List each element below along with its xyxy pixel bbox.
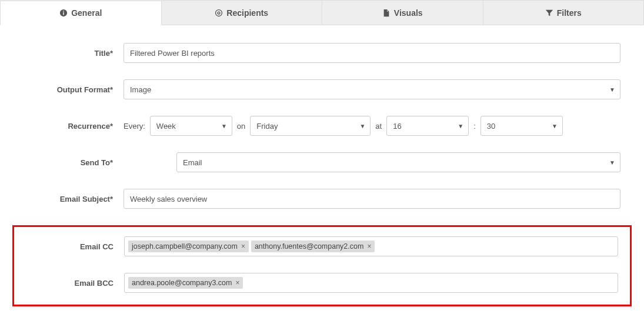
filter-icon: [545, 9, 553, 17]
row-title: Title*: [12, 43, 632, 63]
tab-filters[interactable]: Filters: [483, 0, 645, 25]
recurrence-hour-value: 16: [393, 122, 401, 131]
on-label: on: [237, 122, 245, 131]
chevron-down-icon: ▼: [221, 123, 227, 129]
send-to-select[interactable]: Email ▼: [176, 152, 620, 172]
file-icon: [382, 9, 391, 17]
email-cc-tag: anthony.fuentes@company2.com ×: [251, 241, 375, 252]
label-send-to: Send To*: [12, 158, 124, 167]
email-cc-input[interactable]: joseph.campbell@company.com × anthony.fu…: [124, 236, 618, 256]
row-email-bcc: Email BCC andrea.poole@company3.com ×: [14, 273, 630, 293]
recurrence-unit-value: Week: [156, 122, 176, 131]
chevron-down-icon: ▼: [609, 86, 615, 93]
label-email-bcc: Email BCC: [14, 279, 124, 288]
close-icon[interactable]: ×: [235, 279, 239, 286]
tab-label: General: [71, 8, 102, 18]
recurrence-day-select[interactable]: Friday ▼: [250, 116, 371, 136]
highlighted-section: Email CC joseph.campbell@company.com × a…: [12, 225, 632, 306]
time-sep: :: [473, 122, 476, 131]
close-icon[interactable]: ×: [241, 243, 245, 250]
tab-recipients[interactable]: Recipients: [162, 0, 323, 25]
chevron-down-icon: ▼: [609, 159, 615, 166]
tabs-bar: General Recipients Visuals Filters: [0, 0, 644, 25]
label-email-subject: Email Subject*: [12, 195, 124, 203]
email-bcc-input[interactable]: andrea.poole@company3.com ×: [124, 273, 618, 293]
chevron-down-icon: ▼: [552, 123, 558, 129]
form-area: Title* Output Format* Image ▼ Recurrence…: [0, 25, 644, 324]
row-output-format: Output Format* Image ▼: [12, 79, 632, 99]
row-email-subject: Email Subject*: [12, 189, 632, 209]
tag-text: andrea.poole@company3.com: [132, 279, 232, 287]
label-title: Title*: [12, 49, 124, 58]
tag-text: joseph.campbell@company.com: [132, 242, 238, 250]
label-output-format: Output Format*: [12, 85, 124, 94]
recurrence-minute-select[interactable]: 30 ▼: [481, 116, 563, 136]
chevron-down-icon: ▼: [359, 123, 365, 129]
every-label: Every:: [124, 122, 145, 131]
recurrence-unit-select[interactable]: Week ▼: [150, 116, 232, 136]
email-cc-tag: joseph.campbell@company.com ×: [128, 241, 249, 252]
target-icon: [215, 9, 223, 17]
at-label: at: [375, 122, 382, 131]
label-recurrence: Recurrence*: [12, 122, 124, 131]
close-icon[interactable]: ×: [367, 243, 371, 250]
email-subject-input[interactable]: [124, 189, 620, 209]
recurrence-minute-value: 30: [487, 122, 495, 131]
output-format-value: Image: [130, 85, 151, 94]
title-input[interactable]: [124, 43, 620, 63]
tab-label: Filters: [557, 8, 582, 18]
tab-label: Visuals: [394, 8, 423, 18]
output-format-select[interactable]: Image ▼: [124, 79, 620, 99]
row-recurrence: Recurrence* Every: Week ▼ on Friday ▼ at…: [12, 116, 632, 136]
tag-text: anthony.fuentes@company2.com: [255, 242, 363, 250]
tab-general[interactable]: General: [0, 1, 162, 25]
tab-label: Recipients: [226, 8, 268, 18]
label-email-cc: Email CC: [14, 242, 124, 251]
info-icon: [59, 9, 68, 17]
send-to-value: Email: [183, 158, 202, 167]
tab-visuals[interactable]: Visuals: [322, 0, 483, 25]
recurrence-hour-select[interactable]: 16 ▼: [386, 116, 469, 136]
row-email-cc: Email CC joseph.campbell@company.com × a…: [14, 236, 630, 256]
recurrence-day-value: Friday: [256, 122, 278, 131]
chevron-down-icon: ▼: [458, 123, 463, 129]
email-bcc-tag: andrea.poole@company3.com ×: [128, 277, 243, 289]
row-send-to: Send To* Email ▼: [12, 152, 632, 172]
